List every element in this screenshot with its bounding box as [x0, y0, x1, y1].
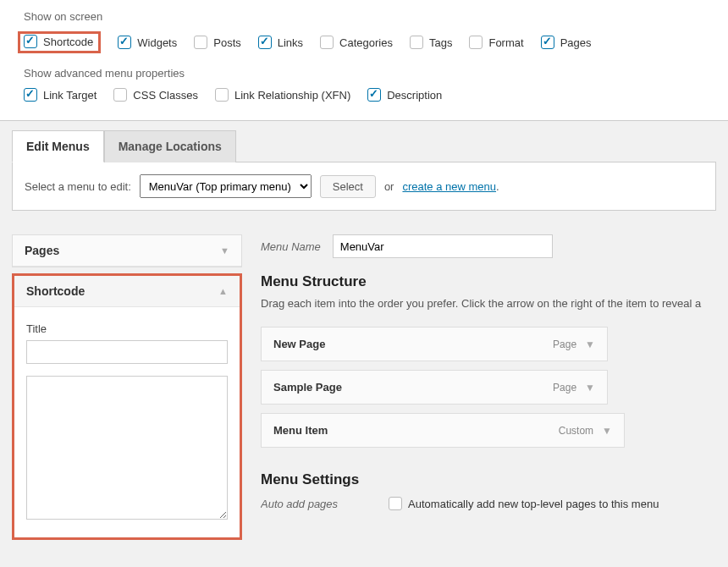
- menu-item-type: Page: [553, 339, 576, 350]
- checkbox-label-link-relationship-xfn-: Link Relationship (XFN): [234, 89, 350, 102]
- menu-structure-help: Drag each item into the order you prefer…: [261, 297, 716, 310]
- select-menu-label: Select a menu to edit:: [25, 180, 131, 193]
- title-field-label: Title: [26, 322, 228, 335]
- checkbox-widgets[interactable]: Widgets: [118, 31, 177, 53]
- checkbox-tags[interactable]: Tags: [410, 31, 452, 53]
- dot: .: [496, 180, 499, 193]
- shortcode-title-input[interactable]: [26, 340, 228, 364]
- or-text: or: [384, 180, 394, 193]
- checkbox-input-shortcode[interactable]: [24, 35, 37, 48]
- checkbox-input-description[interactable]: [367, 88, 381, 102]
- checkbox-label-description: Description: [387, 89, 442, 102]
- menu-item-label: Sample Page: [273, 381, 342, 394]
- checkbox-categories[interactable]: Categories: [320, 31, 393, 53]
- menu-item-label: New Page: [273, 338, 325, 350]
- menu-item[interactable]: Menu ItemCustom▼: [261, 413, 625, 448]
- checkbox-label-pages: Pages: [560, 36, 592, 49]
- tab-manage-locations[interactable]: Manage Locations: [104, 130, 236, 162]
- shortcode-textarea[interactable]: [26, 376, 228, 520]
- auto-add-checkbox[interactable]: Automatically add new top-level pages to…: [389, 497, 659, 510]
- menu-items-list: New PagePage▼Sample PagePage▼Menu ItemCu…: [261, 327, 716, 448]
- checkbox-posts[interactable]: Posts: [194, 31, 241, 53]
- checkbox-link-target[interactable]: Link Target: [24, 88, 97, 102]
- chevron-down-icon[interactable]: ▼: [585, 339, 595, 350]
- checkbox-label-link-target: Link Target: [43, 89, 97, 102]
- checkbox-description[interactable]: Description: [367, 88, 442, 102]
- checkbox-label-shortcode: Shortcode: [43, 36, 93, 48]
- tabs: Edit Menus Manage Locations: [12, 130, 728, 162]
- checkbox-shortcode[interactable]: Shortcode: [18, 31, 101, 53]
- pages-metabox: Pages ▼: [12, 234, 242, 267]
- checkbox-input-link-relationship-xfn-[interactable]: [215, 88, 229, 102]
- chevron-down-icon[interactable]: ▼: [602, 425, 612, 437]
- shortcode-metabox: Shortcode ▲ Title: [12, 273, 242, 540]
- show-on-screen-label: Show on screen: [24, 10, 704, 23]
- checkbox-input-pages[interactable]: [541, 36, 554, 49]
- screen-options-panel: Show on screen ShortcodeWidgetsPostsLink…: [0, 0, 728, 121]
- shortcode-metabox-title: Shortcode: [26, 284, 85, 298]
- shortcode-metabox-body: Title: [14, 307, 240, 537]
- checkbox-input-posts[interactable]: [194, 36, 207, 49]
- auto-add-checkbox-input[interactable]: [389, 497, 402, 510]
- checkbox-label-posts: Posts: [213, 36, 241, 49]
- checkbox-links[interactable]: Links: [258, 31, 303, 53]
- menu-name-label: Menu Name: [261, 240, 321, 253]
- checkbox-css-classes[interactable]: CSS Classes: [113, 88, 198, 102]
- checkbox-input-format[interactable]: [469, 36, 483, 49]
- checkbox-input-widgets[interactable]: [118, 36, 131, 49]
- show-advanced-label: Show advanced menu properties: [24, 67, 704, 80]
- checkbox-input-tags[interactable]: [410, 36, 423, 49]
- advanced-items-row: Link TargetCSS ClassesLink Relationship …: [24, 88, 704, 102]
- checkbox-pages[interactable]: Pages: [541, 31, 592, 53]
- menu-select[interactable]: MenuVar (Top primary menu): [140, 174, 312, 198]
- checkbox-label-format: Format: [488, 36, 523, 49]
- menu-structure-heading: Menu Structure: [261, 273, 716, 290]
- pages-metabox-toggle[interactable]: Pages ▼: [13, 235, 241, 267]
- checkbox-link-relationship-xfn-[interactable]: Link Relationship (XFN): [215, 88, 350, 102]
- checkbox-label-categories: Categories: [339, 36, 393, 49]
- checkbox-label-widgets: Widgets: [137, 36, 177, 49]
- menu-item-type: Custom: [559, 425, 593, 437]
- checkbox-input-css-classes[interactable]: [113, 88, 127, 102]
- create-new-menu-link[interactable]: create a new menu: [402, 180, 496, 193]
- select-button[interactable]: Select: [320, 175, 376, 198]
- chevron-up-icon: ▲: [218, 286, 228, 296]
- chevron-down-icon: ▼: [220, 245, 229, 256]
- checkbox-input-link-target[interactable]: [24, 88, 37, 102]
- shortcode-metabox-toggle[interactable]: Shortcode ▲: [14, 276, 240, 307]
- menu-item-type: Page: [553, 382, 576, 394]
- auto-add-checkbox-label: Automatically add new top-level pages to…: [408, 498, 659, 510]
- menu-name-input[interactable]: [333, 234, 553, 258]
- checkbox-label-tags: Tags: [429, 36, 452, 49]
- checkbox-input-categories[interactable]: [320, 36, 334, 49]
- select-menu-bar: Select a menu to edit: MenuVar (Top prim…: [12, 162, 716, 211]
- checkbox-label-css-classes: CSS Classes: [133, 89, 198, 102]
- screen-items-row: ShortcodeWidgetsPostsLinksCategoriesTags…: [24, 31, 704, 53]
- chevron-down-icon[interactable]: ▼: [585, 382, 595, 394]
- auto-add-label: Auto add pages: [261, 498, 338, 510]
- checkbox-label-links: Links: [278, 36, 303, 49]
- checkbox-format[interactable]: Format: [469, 31, 523, 53]
- menu-settings-heading: Menu Settings: [261, 471, 716, 488]
- checkbox-input-links[interactable]: [258, 36, 272, 49]
- menu-edit-main: Menu Name Menu Structure Drag each item …: [261, 234, 716, 510]
- sidebar: Pages ▼ Shortcode ▲ Title: [12, 234, 242, 548]
- tab-edit-menus[interactable]: Edit Menus: [12, 130, 104, 162]
- menu-item[interactable]: Sample PagePage▼: [261, 370, 608, 405]
- menu-item-label: Menu Item: [273, 424, 328, 437]
- menu-item[interactable]: New PagePage▼: [261, 327, 608, 361]
- pages-metabox-title: Pages: [25, 244, 59, 257]
